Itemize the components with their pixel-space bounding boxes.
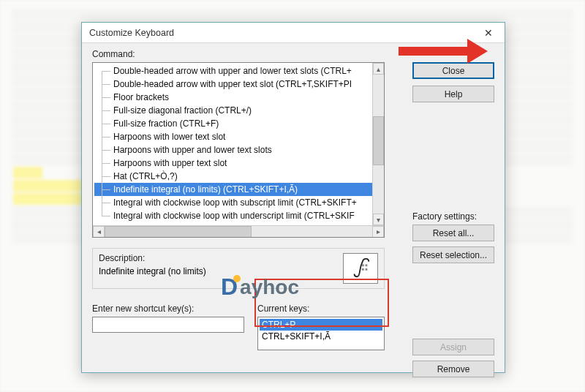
command-item[interactable]: Floor brackets [94,91,381,104]
integral-icon [350,257,371,279]
dialog-title: Customize Keyboard [89,28,174,38]
svg-rect-0 [362,264,364,266]
command-item[interactable]: Harpoons with upper text slot [94,157,381,170]
horizontal-scrollbar[interactable]: ◂ ▸ [93,225,384,237]
command-item[interactable]: Integral with clockwise loop with unders… [94,209,381,222]
scroll-left-icon[interactable]: ◂ [93,226,105,238]
customize-keyboard-dialog: Customize Keyboard ✕ Command: Double-hea… [81,22,505,373]
titlebar[interactable]: Customize Keyboard ✕ [82,23,505,43]
vertical-scrollbar[interactable]: ▴ ▾ [372,63,384,225]
factory-settings-label: Factory settings: [412,211,494,222]
scroll-thumb[interactable] [105,226,252,238]
command-item[interactable]: Integral with clockwise loop with subscr… [94,196,381,209]
description-label: Description: [99,253,337,263]
svg-rect-1 [366,264,368,266]
current-key-item[interactable]: CTRL+SKIFT+I,Ã [260,331,382,342]
command-tree-list[interactable]: Double-headed arrow with upper and lower… [93,63,384,237]
command-item-selected[interactable]: Indefinite integral (no limits) (CTRL+SK… [94,183,381,196]
command-item[interactable]: Hat (CTRL+Ò,?) [94,170,381,183]
command-tree[interactable]: Double-headed arrow with upper and lower… [92,62,385,238]
reset-all-button[interactable]: Reset all... [412,225,494,241]
scroll-down-icon[interactable]: ▾ [373,214,384,225]
scroll-right-icon[interactable]: ▸ [372,226,384,238]
command-label: Command: [92,49,135,59]
current-keys-list[interactable]: CTRL+P CTRL+SKIFT+I,Ã [257,317,385,350]
command-item[interactable]: Harpoons with upper and lower text slots [94,143,381,157]
command-item[interactable]: Full-size fraction (CTRL+F) [94,117,381,130]
current-key-item[interactable]: CTRL+P [260,319,382,331]
description-text: Indefinite integral (no limits) [99,266,206,276]
command-item[interactable]: Harpoons with lower text slot [94,130,381,143]
help-button[interactable]: Help [412,86,494,102]
scroll-up-icon[interactable]: ▴ [373,63,384,75]
remove-button[interactable]: Remove [412,361,494,377]
command-item[interactable]: Double-headed arrow with upper and lower… [94,64,381,78]
enter-shortcut-input[interactable] [92,317,244,333]
symbol-preview [343,253,378,284]
enter-shortcut-label: Enter new shortcut key(s): [92,304,194,314]
svg-rect-2 [362,268,364,271]
svg-rect-3 [366,268,368,271]
description-group: Description: Indefinite integral (no lim… [92,248,385,289]
scroll-thumb[interactable] [373,116,384,165]
dialog-content: Command: Double-headed arrow with upper … [82,43,505,372]
close-icon[interactable]: ✕ [472,23,505,43]
scroll-track[interactable] [105,226,372,238]
scroll-track[interactable] [373,75,384,214]
command-item[interactable]: Double-headed arrow with upper text slot… [94,78,381,91]
assign-button[interactable]: Assign [412,339,494,355]
close-button[interactable]: Close [412,62,494,79]
current-keys-label: Current keys: [257,304,309,314]
command-item[interactable]: Full-size diagonal fraction (CTRL+/) [94,104,381,117]
reset-selection-button[interactable]: Reset selection... [412,246,494,263]
